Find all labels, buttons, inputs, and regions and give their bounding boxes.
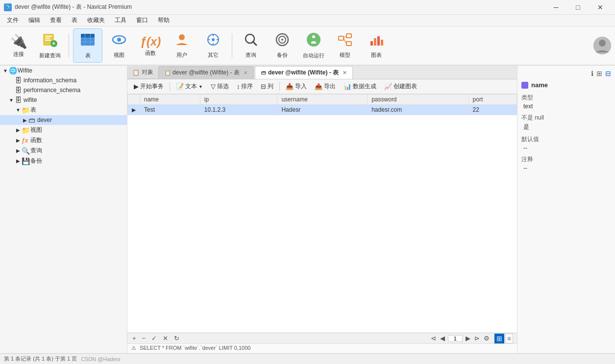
confirm-button[interactable]: ✓ [150,335,158,342]
backup-folder-icon: 💾 [22,157,30,165]
cell-ip[interactable]: 10.1.2.3 [200,105,277,115]
func-folder-arrow: ▶ [15,138,22,143]
tab-dever-1[interactable]: 📋 dever @wifite (Wifite) - 表 ✕ [158,66,254,79]
toolbar-separator-1 [69,33,69,58]
panel-info-icon[interactable]: ℹ [591,70,593,77]
filter-button[interactable]: ▽ 筛选 [207,81,232,92]
begin-transaction-button[interactable]: ▶ 开始事务 [130,81,167,92]
sidebar-folder-view[interactable]: ▶ 📁 视图 [0,125,127,135]
refresh-button[interactable]: ↻ [173,335,180,342]
sidebar-folder-backup[interactable]: ▶ 💾 备份 [0,156,127,166]
remove-row-button[interactable]: − [141,335,147,342]
menu-window[interactable]: 窗口 [131,15,153,25]
toolbar-auto-run[interactable]: 自动运行 [299,28,328,63]
cell-password[interactable]: hadesr.com [368,105,468,115]
query-label: 查询 [246,51,256,59]
model-label: 模型 [340,51,350,59]
page-settings-button[interactable]: ⚙ [483,335,491,342]
gen-data-button[interactable]: 📊 数据生成 [340,81,380,92]
sidebar-folder-function[interactable]: ▶ ƒx 函数 [0,135,127,146]
cell-username[interactable]: Hadesr [277,105,368,115]
table-row[interactable]: ▶ Test 10.1.2.3 Hadesr hadesr.com 22 [128,105,517,115]
sidebar: ▼ 🌐 Wifite 🗄 information_schema 🗄 perfor… [0,66,127,353]
toolbar-model[interactable]: 模型 [330,28,360,63]
auto-run-label: 自动运行 [303,52,324,59]
toolbar-query[interactable]: 查询 [236,28,266,63]
sidebar-item-performance-schema[interactable]: 🗄 performance_schema [0,85,127,95]
backup-folder-label: 备份 [30,157,125,165]
perf-schema-label: performance_schema [24,87,125,94]
panel-list-icon[interactable]: ⊟ [605,70,611,77]
status-text: 第 1 条记录 (共 1 条) 于第 1 页 [4,355,77,363]
toolbar-view[interactable]: 视图 [104,28,134,63]
menu-favorites[interactable]: 收藏夹 [82,15,110,25]
backup-folder-arrow: ▶ [15,158,22,164]
toolbar-table[interactable]: 表 [73,28,102,63]
page-prev-button[interactable]: ◀ [439,335,446,342]
tab-dever-2[interactable]: 🗃 dever @wifite (Wifite) - 表 ✕ [255,66,353,79]
sidebar-item-information-schema[interactable]: 🗄 information_schema [0,75,127,85]
svg-point-16 [212,38,215,41]
prop-type: 类型 text [521,94,611,110]
svg-rect-2 [45,38,50,39]
col-password: password [368,95,468,105]
panel-icons: ℹ ⊞ ⊟ [521,70,611,77]
chart-label: 图表 [371,51,382,59]
close-button[interactable]: ✕ [589,0,611,15]
page-first-button[interactable]: ⊲ [430,335,437,342]
sidebar-item-wifite-schema[interactable]: ▼ 🗄 wifite [0,95,127,105]
svg-rect-28 [311,43,316,44]
menu-tools[interactable]: 工具 [110,15,131,25]
toolbar-user[interactable]: 用户 [167,28,197,63]
svg-rect-34 [370,41,373,46]
menu-file[interactable]: 文件 [2,15,24,25]
cell-port[interactable]: 22 [468,105,517,115]
menu-edit[interactable]: 编辑 [24,15,45,25]
columns-button[interactable]: ⊟ 列 [257,81,277,92]
cell-name[interactable]: Test [140,105,200,115]
action-sep-1 [170,82,170,91]
sidebar-folder-table[interactable]: ▼ 📁 表 [0,105,127,115]
toolbar-new-query[interactable]: + 新建查询 [35,28,65,63]
add-row-button[interactable]: + [131,335,137,342]
discard-button[interactable]: ✕ [162,335,169,342]
export-button[interactable]: 📤 导出 [311,81,339,92]
sidebar-item-wifite[interactable]: ▼ 🌐 Wifite [0,66,127,75]
create-chart-button[interactable]: 📈 创建图表 [381,81,420,92]
list-view-button[interactable]: ≡ [505,334,513,343]
object-tab-icon: 📋 [132,69,140,76]
toolbar-other[interactable]: 其它 [198,28,228,63]
perf-schema-icon: 🗄 [15,86,24,94]
new-query-label: 新建查询 [39,52,61,59]
dever-icon: 🗃 [28,116,37,124]
table-folder-arrow: ▼ [15,107,22,113]
tab1-close[interactable]: ✕ [244,70,247,75]
action-bar: ▶ 开始事务 📝 文本 ▼ ▽ 筛选 ↕ 排序 ⊟ 列 [127,79,517,94]
field-name-text: name [531,81,548,89]
panel-grid-icon[interactable]: ⊞ [596,70,602,77]
sidebar-folder-query[interactable]: ▶ 🔍 查询 [0,146,127,156]
info-schema-label: information_schema [24,77,125,84]
toolbar-connect[interactable]: 🔌 连接 [4,28,33,63]
page-last-button[interactable]: ⊳ [473,335,481,342]
grid-view-button[interactable]: ⊞ [494,334,504,343]
sidebar-item-dever[interactable]: ▶ 🗃 dever [0,115,127,125]
text-button[interactable]: 📝 文本 ▼ [172,81,206,92]
minimize-button[interactable]: ─ [545,0,567,15]
sort-button[interactable]: ↕ 排序 [233,81,257,92]
menu-view[interactable]: 查看 [45,15,67,25]
toolbar-chart[interactable]: 图表 [362,28,391,63]
maximize-button[interactable]: □ [567,0,589,15]
page-number-input[interactable] [448,335,463,342]
toolbar-backup[interactable]: 备份 [268,28,297,63]
tab-bar: 📋 对象 📋 dever @wifite (Wifite) - 表 ✕ 🗃 de… [127,66,517,79]
title-bar: 🐬 dever @wifite (Wifite) - 表 - Navicat P… [0,0,615,15]
menu-help[interactable]: 帮助 [153,15,174,25]
tab-object[interactable]: 📋 对象 [127,66,158,79]
page-next-button[interactable]: ▶ [465,335,471,342]
tab2-close[interactable]: ✕ [343,70,346,75]
import-button[interactable]: 📥 导入 [282,81,310,92]
menu-table[interactable]: 表 [67,15,82,25]
import-icon: 📥 [286,83,294,90]
toolbar-function[interactable]: ƒ(x) 函数 [136,28,165,63]
